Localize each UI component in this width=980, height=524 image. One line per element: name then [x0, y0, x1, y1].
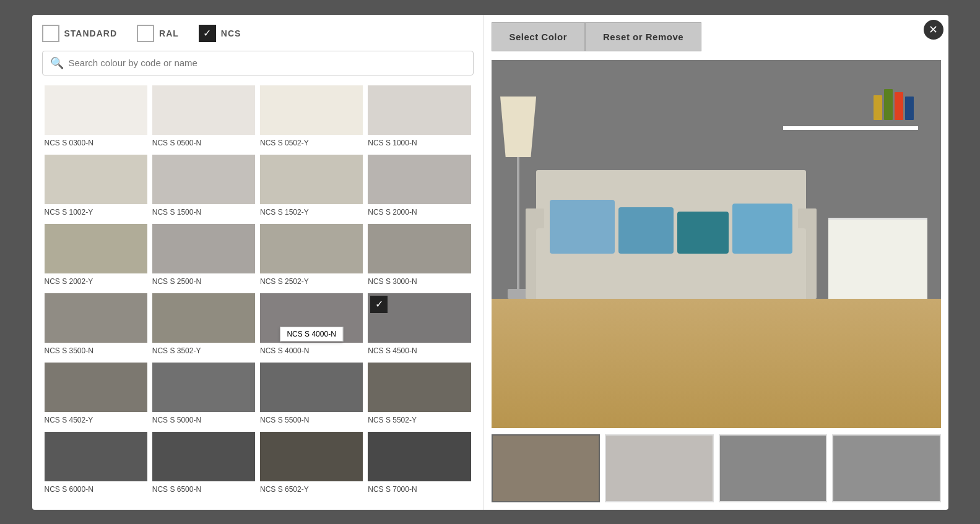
- color-cell-c21[interactable]: NCS S 6000-N: [42, 429, 150, 499]
- thumbnail-t3[interactable]: [719, 434, 828, 502]
- left-panel: STANDARD RAL NCS 🔍 NCS S 0300-NNCS: [32, 15, 484, 510]
- book-3: [895, 92, 903, 120]
- color-swatch-c17: [45, 363, 147, 412]
- color-cell-c14[interactable]: NCS S 3502-Y: [150, 291, 258, 360]
- main-preview: [492, 60, 941, 428]
- color-name-c4: NCS S 1000-N: [365, 137, 473, 152]
- pillow-3: [677, 212, 728, 254]
- color-cell-c3[interactable]: NCS S 0502-Y: [258, 83, 365, 152]
- color-swatch-c18: [152, 363, 255, 412]
- modal-body: STANDARD RAL NCS 🔍 NCS S 0300-NNCS: [32, 15, 948, 510]
- color-cell-c5[interactable]: NCS S 1002-Y: [42, 152, 150, 221]
- filter-ral[interactable]: RAL: [137, 25, 179, 42]
- color-swatch-c9: [45, 224, 147, 273]
- standard-checkbox[interactable]: [42, 25, 59, 42]
- thumb-scene-t3: [720, 436, 826, 501]
- color-swatch-c11: [260, 224, 363, 273]
- color-cell-c15[interactable]: NCS S 4000-NNCS S 4000-N: [258, 291, 365, 360]
- color-name-c3: NCS S 0502-Y: [258, 137, 365, 152]
- color-name-c21: NCS S 6000-N: [42, 484, 150, 499]
- color-cell-c16[interactable]: ✓NCS S 4500-N: [365, 291, 473, 360]
- close-button[interactable]: ✕: [924, 20, 943, 40]
- tooltip-c15: NCS S 4000-N: [280, 327, 342, 341]
- action-buttons: Select Color Reset or Remove: [492, 22, 941, 51]
- checkmark-overlay-c16: ✓: [370, 296, 388, 313]
- color-cell-c2[interactable]: NCS S 0500-N: [150, 83, 258, 152]
- color-name-c16: NCS S 4500-N: [365, 345, 473, 360]
- ncs-label: NCS: [221, 28, 241, 38]
- thumbnail-t2[interactable]: [605, 434, 714, 502]
- color-swatch-c12: [368, 224, 470, 273]
- color-cell-c23[interactable]: NCS S 6502-Y: [258, 429, 365, 499]
- color-cell-c24[interactable]: NCS S 7000-N: [365, 429, 473, 499]
- color-name-c9: NCS S 2002-Y: [42, 276, 150, 291]
- color-swatch-c3: [260, 85, 363, 135]
- color-swatch-c7: [260, 155, 363, 204]
- color-name-c13: NCS S 3500-N: [42, 345, 150, 360]
- book-1: [874, 95, 882, 120]
- close-icon: ✕: [929, 24, 938, 35]
- color-swatch-c24: [368, 432, 470, 481]
- color-selector-modal: ✕ STANDARD RAL NCS 🔍: [32, 15, 948, 510]
- thumb-scene-t2: [606, 436, 713, 501]
- cabinet: [828, 218, 927, 299]
- color-name-c11: NCS S 2502-Y: [258, 276, 365, 291]
- color-name-c19: NCS S 5500-N: [258, 414, 365, 429]
- color-name-c15: NCS S 4000-N: [258, 345, 365, 360]
- color-cell-c7[interactable]: NCS S 1502-Y: [258, 152, 365, 221]
- color-cell-c11[interactable]: NCS S 2502-Y: [258, 221, 365, 291]
- ncs-checkbox[interactable]: [199, 25, 216, 42]
- color-swatch-c5: [45, 155, 147, 204]
- color-cell-c6[interactable]: NCS S 1500-N: [150, 152, 258, 221]
- color-name-c12: NCS S 3000-N: [365, 276, 473, 291]
- room-scene: [492, 60, 941, 428]
- color-cell-c8[interactable]: NCS S 2000-N: [365, 152, 473, 221]
- color-cell-c22[interactable]: NCS S 6500-N: [150, 429, 258, 499]
- color-cell-c20[interactable]: NCS S 5502-Y: [365, 360, 473, 429]
- color-swatch-c1: [45, 85, 147, 135]
- color-cell-c9[interactable]: NCS S 2002-Y: [42, 221, 150, 291]
- color-name-c6: NCS S 1500-N: [150, 207, 258, 221]
- color-name-c7: NCS S 1502-Y: [258, 207, 365, 221]
- pillows: [550, 176, 792, 254]
- color-swatch-c22: [152, 432, 255, 481]
- right-panel: Select Color Reset or Remove: [484, 15, 948, 510]
- color-cell-c13[interactable]: NCS S 3500-N: [42, 291, 150, 360]
- color-name-c18: NCS S 5000-N: [150, 414, 258, 429]
- standard-label: STANDARD: [64, 28, 118, 38]
- color-cell-c12[interactable]: NCS S 3000-N: [365, 221, 473, 291]
- reset-remove-button[interactable]: Reset or Remove: [585, 22, 701, 51]
- color-name-c8: NCS S 2000-N: [365, 207, 473, 221]
- color-cell-c4[interactable]: NCS S 1000-N: [365, 83, 473, 152]
- pillow-1: [550, 200, 615, 254]
- select-color-button[interactable]: Select Color: [492, 22, 586, 51]
- color-swatch-c20: [368, 363, 470, 412]
- color-cell-c10[interactable]: NCS S 2500-N: [150, 221, 258, 291]
- ral-checkbox[interactable]: [137, 25, 154, 42]
- search-input[interactable]: [69, 58, 466, 68]
- filter-ncs[interactable]: NCS: [199, 25, 241, 42]
- color-cell-c17[interactable]: NCS S 4502-Y: [42, 360, 150, 429]
- color-swatch-c19: [260, 363, 363, 412]
- books: [874, 89, 914, 120]
- color-name-c23: NCS S 6502-Y: [258, 484, 365, 499]
- color-name-c10: NCS S 2500-N: [150, 276, 258, 291]
- color-cell-c1[interactable]: NCS S 0300-N: [42, 83, 150, 152]
- thumbnail-t4[interactable]: [832, 434, 941, 502]
- color-swatch-c8: [368, 155, 470, 204]
- filter-standard[interactable]: STANDARD: [42, 25, 118, 42]
- color-name-c20: NCS S 5502-Y: [365, 414, 473, 429]
- thumbnail-t1[interactable]: [492, 434, 601, 502]
- search-icon: 🔍: [50, 56, 64, 70]
- color-cell-c19[interactable]: NCS S 5500-N: [258, 360, 365, 429]
- ral-label: RAL: [159, 28, 179, 38]
- color-name-c24: NCS S 7000-N: [365, 484, 473, 499]
- color-cell-c18[interactable]: NCS S 5000-N: [150, 360, 258, 429]
- book-4: [905, 97, 914, 120]
- color-name-c22: NCS S 6500-N: [150, 484, 258, 499]
- color-swatch-c14: [152, 293, 255, 343]
- thumb-scene-t4: [833, 436, 940, 501]
- color-name-c2: NCS S 0500-N: [150, 137, 258, 152]
- color-grid: NCS S 0300-NNCS S 0500-NNCS S 0502-YNCS …: [42, 83, 474, 499]
- pillow-4: [732, 204, 792, 254]
